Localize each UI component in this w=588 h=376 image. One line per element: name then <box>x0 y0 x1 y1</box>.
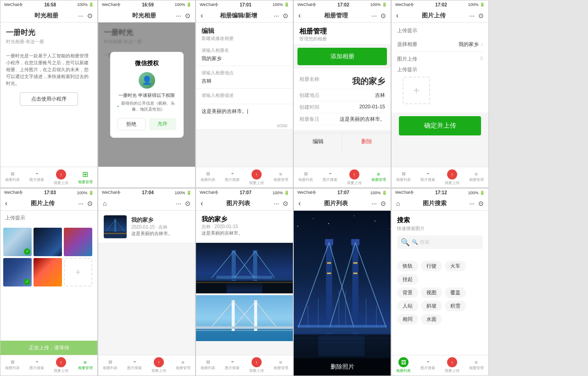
tag-rail[interactable]: 铁轨 <box>397 261 418 271</box>
album-desc-field[interactable]: 请输入相册描述 <box>196 89 293 104</box>
back-btn-5[interactable]: ‹ <box>396 11 398 20</box>
home-icon-2[interactable]: ⊙ <box>185 12 190 19</box>
confirm-upload-btn[interactable]: 确定并上传 <box>399 116 481 135</box>
more-icon-5[interactable]: ··· <box>469 12 475 19</box>
select-album-value[interactable]: 我的家乡 <box>459 40 483 48</box>
tag-bg[interactable]: 背景 <box>397 287 418 298</box>
back-btn-6[interactable]: ‹ <box>5 199 7 208</box>
album-desc-value[interactable]: 这是美丽的吉林市。| <box>196 104 293 123</box>
tab-album-6[interactable]: 🖼 相册列表 <box>0 355 25 376</box>
allow-btn[interactable]: 允许 <box>149 118 176 130</box>
more-icon-4[interactable]: ··· <box>371 12 377 19</box>
tag-water[interactable]: 水面 <box>421 314 442 325</box>
tab-manage-7[interactable]: ⊞ 相册管理 <box>171 355 195 376</box>
tab-manage-10[interactable]: ⊞ 相册管理 <box>464 355 488 376</box>
fullscreen-photo[interactable]: 删除照片 <box>294 211 391 376</box>
search-placeholder[interactable]: 🔍 搜索 <box>412 239 430 246</box>
tab-search-10[interactable]: ☂ 图片搜索 <box>416 355 440 376</box>
photo-thumb-4[interactable]: ✓ <box>3 258 32 286</box>
tab-album-3[interactable]: 🖼 相册列表 <box>196 167 220 187</box>
tag-snow[interactable]: 积雪 <box>445 301 466 311</box>
album-name-value[interactable]: 我的家乡 <box>202 55 287 62</box>
back-btn-4[interactable]: ‹ <box>298 11 301 20</box>
tab-album-10[interactable]: 🖼 相册列表 <box>392 355 416 376</box>
more-icon-10[interactable]: ··· <box>469 200 475 207</box>
tab-photo-search-1[interactable]: ☂ 图片搜索 <box>25 167 49 187</box>
tab-search-8[interactable]: ☂ 图片搜索 <box>220 355 245 376</box>
photo-item-1[interactable] <box>196 243 293 293</box>
tag-view[interactable]: 视图 <box>421 287 442 298</box>
tab-manage-6[interactable]: ⊞ 相册管理 <box>73 355 97 376</box>
add-album-btn[interactable]: 添加相册 <box>297 48 387 65</box>
home-nav-btn-10[interactable]: ⌂ <box>396 200 400 207</box>
tag-hang[interactable]: 挂起 <box>397 274 418 285</box>
tab-search-6[interactable]: ☂ 图片搜索 <box>25 355 49 376</box>
tab-album-8[interactable]: 🖼 相册列表 <box>196 355 220 376</box>
tab-search-3[interactable]: ☂ 图片搜索 <box>220 167 245 187</box>
photo-item-2[interactable] <box>196 295 293 341</box>
tab-upload-5[interactable]: ↑ 我要上传 <box>440 167 465 187</box>
album-location-field[interactable]: 请输入相册地点 吉林 <box>196 66 293 89</box>
photo-thumb-2[interactable] <box>34 228 62 256</box>
tab-upload-10[interactable]: ↑ 我要上传 <box>440 355 465 376</box>
tag-same[interactable]: 相同 <box>397 314 418 325</box>
tab-manage-4[interactable]: ⊞ 相册管理 <box>366 167 391 187</box>
tab-upload-1[interactable]: ↑ 我要上传 <box>49 167 73 187</box>
upload-add-btn[interactable]: + <box>403 77 430 104</box>
more-icon-6[interactable]: ··· <box>78 200 84 207</box>
more-icon-1[interactable]: ··· <box>78 12 84 19</box>
home-icon-10[interactable]: ⊙ <box>478 200 484 207</box>
tab-manage-3[interactable]: ⊞ 相册管理 <box>269 167 293 187</box>
tag-driving[interactable]: 行驶 <box>421 261 442 271</box>
photo-thumb-3[interactable] <box>64 228 92 256</box>
tab-album-5[interactable]: 🖼 相册列表 <box>392 167 416 187</box>
tab-album-4[interactable]: 🖼 相册列表 <box>294 167 318 187</box>
delete-photo-btn[interactable]: 删除照片 <box>294 358 391 376</box>
back-btn-8[interactable]: ‹ <box>201 199 203 208</box>
home-icon-1[interactable]: ⊙ <box>87 12 93 19</box>
album-name-field[interactable]: 请输入相册名 我的家乡 <box>196 44 293 66</box>
tab-upload-7[interactable]: ↑ 我要上传 <box>147 355 171 376</box>
back-btn-3[interactable]: ‹ <box>201 11 203 20</box>
delete-album-btn[interactable]: 删除 <box>342 133 391 150</box>
home-icon-3[interactable]: ⊙ <box>283 12 288 19</box>
home-icon-7[interactable]: ⊙ <box>185 200 190 207</box>
home-icon-8[interactable]: ⊙ <box>283 200 288 207</box>
more-icon-3[interactable]: ··· <box>274 12 279 19</box>
home-nav-btn-7[interactable]: ⌂ <box>103 200 106 207</box>
tab-album-7[interactable]: 🖼 相册列表 <box>98 355 123 376</box>
tab-upload-3[interactable]: ↑ 我要上传 <box>245 167 269 187</box>
home-icon-6[interactable]: ⊙ <box>87 200 93 207</box>
back-btn-9[interactable]: ‹ <box>298 199 301 208</box>
tab-manage-5[interactable]: ⊞ 相册管理 <box>464 167 488 187</box>
tab-album-list-1[interactable]: 🖼 相册列表 <box>0 167 25 187</box>
reject-btn[interactable]: 拒绝 <box>118 118 146 130</box>
home-icon-5[interactable]: ⊙ <box>478 12 484 19</box>
more-icon-9[interactable]: ··· <box>371 200 377 207</box>
tag-slope[interactable]: 斜坡 <box>421 301 442 311</box>
tag-person[interactable]: 人站 <box>397 301 418 311</box>
tab-upload-4[interactable]: ↑ 我要上传 <box>342 167 367 187</box>
tab-upload-8[interactable]: ↑ 我要上传 <box>245 355 269 376</box>
album-location-value[interactable]: 吉林 <box>202 78 287 84</box>
more-icon-8[interactable]: ··· <box>274 200 279 207</box>
tab-search-4[interactable]: ☂ 图片搜索 <box>318 167 342 187</box>
tab-upload-6[interactable]: ↑ 我要上传 <box>49 355 73 376</box>
home-icon-4[interactable]: ⊙ <box>381 12 386 19</box>
tag-cover[interactable]: 覆盖 <box>445 287 466 298</box>
photo-thumb-1[interactable]: ✓ <box>3 228 32 256</box>
use-miniapp-btn[interactable]: 点击使用小程序 <box>20 92 78 106</box>
home-icon-9[interactable]: ⊙ <box>381 200 386 207</box>
tab-search-5[interactable]: ☂ 图片搜索 <box>416 167 440 187</box>
tag-train[interactable]: 火车 <box>445 261 466 271</box>
more-icon-7[interactable]: ··· <box>176 200 181 207</box>
more-icon-2[interactable]: ··· <box>176 12 181 19</box>
tab-manage-1[interactable]: ⊞ 相册管理 <box>73 167 97 187</box>
tab-manage-8[interactable]: ⊞ 相册管理 <box>269 355 293 376</box>
edit-album-btn[interactable]: 编辑 <box>294 133 342 150</box>
tab-search-7[interactable]: ☂ 图片搜索 <box>123 355 147 376</box>
search-input-wrap[interactable]: 🔍 🔍 搜索 <box>397 236 483 249</box>
photo-thumb-5[interactable]: 开始上传 <box>34 258 62 286</box>
album-list-item-1[interactable]: 我的家乡 2020-01-15 · 吉林 这是美丽的吉林市。 <box>98 211 195 243</box>
add-photo-btn-6[interactable]: + <box>64 258 92 286</box>
